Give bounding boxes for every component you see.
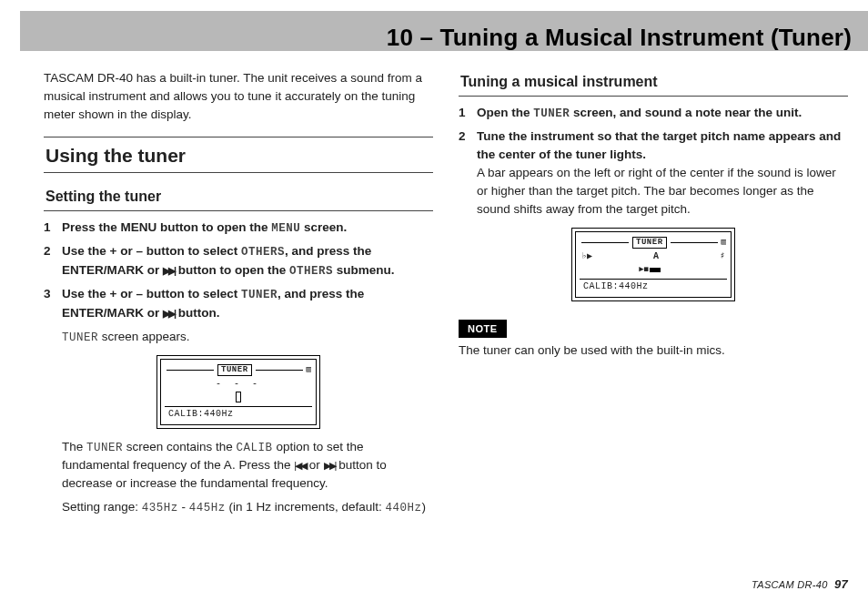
heading-using-the-tuner: Using the tuner xyxy=(44,137,433,173)
step-number: 1 xyxy=(44,219,62,238)
mono-hz: 440Hz xyxy=(385,502,421,514)
substep-text: TUNER screen appears. xyxy=(62,328,433,347)
right-column: Tuning a musical instrument 1 Open the T… xyxy=(459,69,848,569)
meter-bar-icon xyxy=(650,268,661,272)
heading-tuning-a-musical-instrument: Tuning a musical instrument xyxy=(459,69,848,97)
meter-center-icon: ▶◼ xyxy=(639,265,649,275)
text: or xyxy=(306,458,324,472)
substep-text: Setting range: 435Hz - 445Hz (in 1 Hz in… xyxy=(62,498,433,517)
text: screen contains the xyxy=(123,440,237,453)
step-body: Tune the instrument so that the target p… xyxy=(477,127,848,219)
text: screen, and sound a note near the unit. xyxy=(570,106,802,119)
step-body: Use the + or – button to select TUNER, a… xyxy=(62,285,433,321)
step-body: Open the TUNER screen, and sound a note … xyxy=(477,104,848,123)
text: (in 1 Hz increments, default: xyxy=(226,500,386,514)
step-1: 1 Open the TUNER screen, and sound a not… xyxy=(459,104,848,123)
meter-bar-row: ▶◼ xyxy=(581,263,725,276)
meter-bar-row xyxy=(167,391,310,403)
step-3: 3 Use the + or – button to select TUNER,… xyxy=(44,285,433,321)
tuner-screen-figure-2: TUNER ▥ ♭▶ A ♯ ▶◼ xyxy=(571,228,735,301)
step-1: 1 Press the MENU button to open the MENU… xyxy=(44,219,433,238)
meter-center-icon xyxy=(236,392,241,402)
flat-icon: ♭▶ xyxy=(581,251,592,263)
step-2: 2 Tune the instrument so that the target… xyxy=(459,127,848,219)
footer: TASCAM DR-40 97 xyxy=(752,577,848,591)
mono-tuner: TUNER xyxy=(62,331,98,344)
mono-menu: MENU xyxy=(271,222,300,235)
text: A bar appears on the left or right of th… xyxy=(477,166,836,216)
mono-tuner: TUNER xyxy=(533,107,570,120)
mono-tuner: TUNER xyxy=(86,442,123,454)
step-2: 2 Use the + or – button to select OTHERS… xyxy=(44,242,433,280)
text: screen appears. xyxy=(98,330,190,343)
tuner-screen-figure-1: TUNER ▥ - - - CALIB:440Hz xyxy=(156,355,320,429)
sharp-icon: ♯ xyxy=(720,251,725,263)
mono-hz: 445Hz xyxy=(189,502,226,514)
page-title: 10 – Tuning a Musical Instrument (Tuner) xyxy=(387,24,852,52)
step-body: Use the + or – button to select OTHERS, … xyxy=(62,242,433,280)
text: Open the xyxy=(477,106,533,119)
screen-calib: CALIB:440Hz xyxy=(581,281,725,293)
text: Tune the instrument so that the target p… xyxy=(477,129,841,161)
text: button. xyxy=(175,306,219,320)
text: ) xyxy=(421,500,426,514)
ffwd-icon: ▶▶| xyxy=(163,308,175,319)
screen-title: TUNER xyxy=(217,364,252,376)
mono-tuner: TUNER xyxy=(241,289,278,301)
text: Setting range: xyxy=(62,500,142,514)
text: submenu. xyxy=(333,263,395,277)
page-number: 97 xyxy=(834,577,848,591)
left-column: TASCAM DR-40 has a built-in tuner. The u… xyxy=(44,69,433,569)
target-note: A xyxy=(653,251,659,263)
battery-icon: ▥ xyxy=(722,238,725,248)
mono-calib: CALIB xyxy=(237,442,273,454)
text: Use the + or – button to select xyxy=(62,287,241,300)
note-label: NOTE xyxy=(459,320,507,338)
mono-hz: 435Hz xyxy=(142,502,178,514)
mono-others: OTHERS xyxy=(289,265,333,278)
product-name: TASCAM DR-40 xyxy=(752,579,827,590)
battery-icon: ▥ xyxy=(307,365,310,375)
intro-text: TASCAM DR-40 has a built-in tuner. The u… xyxy=(44,69,433,124)
meter-note-row: ♭▶ A ♯ xyxy=(581,251,725,262)
text: button to open the xyxy=(175,263,289,277)
header-band: 10 – Tuning a Musical Instrument (Tuner) xyxy=(20,11,868,51)
substep-text: The TUNER screen contains the CALIB opti… xyxy=(62,438,433,493)
note-text: The tuner can only be used with the buil… xyxy=(459,341,848,360)
text: - xyxy=(178,500,189,514)
text: Use the + or – button to select xyxy=(62,244,241,258)
ffwd-icon: ▶▶| xyxy=(163,265,175,276)
text: Press the MENU button to open the xyxy=(62,220,271,234)
meter-note-row: - - - xyxy=(167,379,310,390)
step-number: 3 xyxy=(44,285,62,321)
text: The xyxy=(62,440,86,453)
step-number: 1 xyxy=(459,104,477,123)
ffwd-icon: ▶▶| xyxy=(324,460,336,471)
rew-icon: |◀◀ xyxy=(294,460,306,471)
step-body: Press the MENU button to open the MENU s… xyxy=(62,219,433,238)
mono-others: OTHERS xyxy=(241,246,285,259)
screen-title: TUNER xyxy=(632,237,667,249)
screen-calib: CALIB:440Hz xyxy=(167,409,310,421)
text: screen. xyxy=(300,220,347,234)
step-number: 2 xyxy=(459,127,477,219)
heading-setting-the-tuner: Setting the tuner xyxy=(44,184,433,211)
step-number: 2 xyxy=(44,242,62,280)
